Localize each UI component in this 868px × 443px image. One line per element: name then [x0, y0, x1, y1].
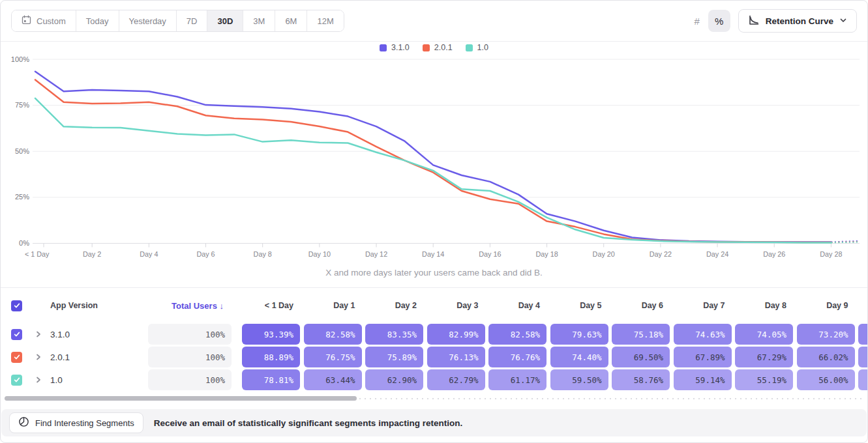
x-axis-label: Day 24	[706, 250, 728, 258]
range-button-custom[interactable]: Custom	[12, 10, 76, 31]
toolbar-right: #% Retention Curve	[686, 9, 857, 33]
retention-cell[interactable]: 66.02%	[797, 347, 855, 367]
retention-cell[interactable]: 58.76%	[612, 369, 670, 390]
retention-cell[interactable]: 67.29%	[735, 347, 793, 367]
select-all-checkbox[interactable]	[11, 300, 22, 311]
legend-label: 3.1.0	[391, 43, 410, 52]
day-column-header: Day 8	[735, 301, 793, 310]
retention-cell[interactable]: 93.39%	[242, 324, 300, 345]
x-axis-label: Day 12	[365, 250, 387, 258]
sort-descending-icon: ↓	[220, 301, 224, 311]
retention-cell[interactable]: 62.90%	[365, 369, 423, 390]
scrollbar-thumb[interactable]	[5, 396, 357, 401]
retention-cell[interactable]: 59.50%	[550, 369, 608, 390]
table-rows: 3.1.0100%93.39%82.58%83.35%82.99%82.58%7…	[1, 324, 867, 390]
legend-label: 2.0.1	[434, 43, 453, 52]
legend-item-1.0[interactable]: 1.0	[466, 43, 488, 52]
footer-bar: Find Interesting Segments Receive an ema…	[1, 409, 867, 436]
total-users-cell: 100%	[148, 347, 232, 367]
retention-cell[interactable]: 78.81%	[242, 369, 300, 390]
chart-legend: 3.1.02.0.11.0	[1, 43, 867, 52]
range-button-label: 12M	[317, 16, 333, 26]
legend-item-2.0.1[interactable]: 2.0.1	[423, 43, 453, 52]
app-version-header: App Version	[50, 301, 148, 310]
chart-type-dropdown[interactable]: Retention Curve	[738, 9, 857, 33]
range-button-30d[interactable]: 30D	[207, 10, 243, 31]
retention-cell[interactable]: 88.89%	[242, 347, 300, 367]
retention-cell[interactable]: 82.58%	[304, 324, 362, 345]
y-axis-label: 75%	[15, 101, 29, 109]
absolute-numbers-toggle[interactable]: #	[686, 10, 708, 32]
series-line-1.0	[35, 98, 831, 243]
legend-item-3.1.0[interactable]: 3.1.0	[380, 43, 410, 52]
expand-chevron-icon[interactable]	[35, 330, 46, 338]
retention-cell-partial[interactable]	[858, 347, 867, 367]
day-column-header: Day 3	[427, 301, 485, 310]
total-users-cell: 100%	[148, 369, 232, 390]
retention-cell[interactable]: 74.40%	[550, 347, 608, 367]
retention-report: CustomTodayYesterday7D30D3M6M12M #% Rete…	[0, 0, 868, 443]
find-interesting-segments-button[interactable]: Find Interesting Segments	[9, 412, 143, 433]
table-row-2.0.1: 2.0.1100%88.89%76.75%75.89%76.13%76.76%7…	[1, 347, 867, 367]
retention-cell[interactable]: 75.89%	[365, 347, 423, 367]
table-row-1.0: 1.0100%78.81%63.44%62.90%62.79%61.17%59.…	[1, 369, 867, 390]
retention-cell[interactable]: 76.13%	[427, 347, 485, 367]
retention-curve-icon	[748, 14, 760, 28]
app-version-label: 3.1.0	[50, 330, 148, 339]
series-line-dashed-1.0	[831, 242, 860, 243]
retention-cell[interactable]: 69.50%	[612, 347, 670, 367]
retention-cell[interactable]: 73.20%	[797, 324, 855, 345]
row-checkbox-2.0.1[interactable]	[11, 352, 22, 363]
expand-chevron-icon[interactable]	[35, 376, 46, 384]
total-users-header[interactable]: Total Users ↓	[148, 301, 235, 311]
footer-button-label: Find Interesting Segments	[35, 418, 134, 428]
retention-cell-partial[interactable]	[858, 324, 867, 345]
series-line-2.0.1	[35, 79, 831, 242]
day-column-header: Day 2	[365, 301, 423, 310]
retention-cell[interactable]: 79.63%	[550, 324, 608, 345]
chevron-down-icon	[839, 16, 847, 26]
day-column-header: Day 7	[674, 301, 732, 310]
day-column-header: < 1 Day	[242, 301, 300, 310]
range-button-label: 6M	[285, 16, 297, 26]
retention-cell[interactable]: 82.58%	[488, 324, 546, 345]
retention-cell[interactable]: 74.63%	[674, 324, 732, 345]
date-range-group: CustomTodayYesterday7D30D3M6M12M	[11, 10, 344, 32]
retention-cell[interactable]: 82.99%	[427, 324, 485, 345]
range-button-today[interactable]: Today	[76, 10, 119, 31]
legend-swatch	[423, 44, 430, 51]
x-axis-label: Day 14	[422, 250, 444, 258]
row-checkbox-3.1.0[interactable]	[11, 329, 22, 340]
retention-cell[interactable]: 56.00%	[797, 369, 855, 390]
range-button-yesterday[interactable]: Yesterday	[119, 10, 177, 31]
table-row-3.1.0: 3.1.0100%93.39%82.58%83.35%82.99%82.58%7…	[1, 324, 867, 345]
retention-cell[interactable]: 76.75%	[304, 347, 362, 367]
retention-cell[interactable]: 67.89%	[674, 347, 732, 367]
range-button-12m[interactable]: 12M	[307, 10, 343, 31]
expand-chevron-icon[interactable]	[35, 353, 46, 361]
retention-cell[interactable]: 59.14%	[674, 369, 732, 390]
day-column-header: Day 1	[304, 301, 362, 310]
x-axis-label: Day 2	[83, 250, 101, 258]
retention-cell-partial[interactable]	[858, 369, 867, 390]
range-button-6m[interactable]: 6M	[275, 10, 307, 31]
retention-cell[interactable]: 83.35%	[365, 324, 423, 345]
chart-type-label: Retention Curve	[766, 16, 833, 26]
x-axis-label: Day 26	[763, 250, 785, 258]
retention-cell[interactable]: 63.44%	[304, 369, 362, 390]
retention-cell[interactable]: 74.05%	[735, 324, 793, 345]
x-axis-label: Day 28	[820, 250, 842, 258]
retention-cell[interactable]: 62.79%	[427, 369, 485, 390]
x-axis-label: Day 22	[650, 250, 672, 258]
series-line-3.1.0	[35, 72, 831, 242]
legend-swatch	[466, 44, 473, 51]
range-button-3m[interactable]: 3M	[243, 10, 275, 31]
row-checkbox-1.0[interactable]	[11, 375, 22, 386]
retention-cell[interactable]: 75.18%	[612, 324, 670, 345]
retention-cell[interactable]: 55.19%	[735, 369, 793, 390]
x-axis-label: Day 18	[535, 250, 558, 258]
percentages-toggle[interactable]: %	[708, 10, 730, 32]
retention-cell[interactable]: 76.76%	[488, 347, 546, 367]
range-button-7d[interactable]: 7D	[177, 10, 208, 31]
retention-cell[interactable]: 61.17%	[488, 369, 546, 390]
